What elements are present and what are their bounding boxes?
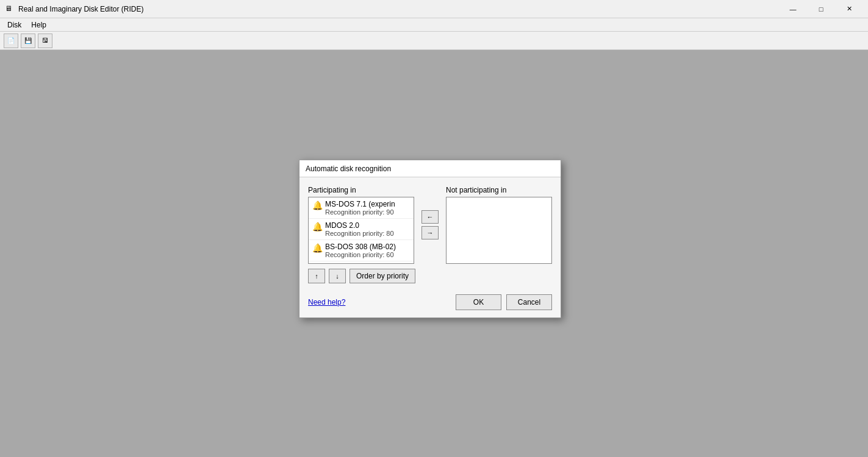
titlebar-left: 🖥 Real and Imaginary Disk Editor (RIDE) (5, 4, 143, 14)
dialog-footer-buttons: OK Cancel (456, 294, 552, 310)
dialog-title: Automatic disk recognition (306, 165, 391, 173)
help-link[interactable]: Need help? (308, 298, 345, 306)
toolbar: 📄 💾 🖫 (0, 32, 868, 50)
toolbar-open-button[interactable]: 💾 (21, 34, 35, 48)
list-item-msdos71-priority: Recognition priority: 90 (325, 208, 395, 216)
list-item-msdos71-text: MS-DOS 7.1 (experin Recognition priority… (325, 200, 395, 216)
main-area: Automatic disk recognition Participating… (0, 50, 868, 457)
not-participating-list[interactable] (446, 197, 552, 264)
move-right-button[interactable]: → (421, 226, 439, 239)
participating-column: Participating in 🔔 MS-DOS 7.1 (experin R… (308, 186, 414, 264)
cancel-button[interactable]: Cancel (506, 294, 552, 310)
list-item-msdos71[interactable]: 🔔 MS-DOS 7.1 (experin Recognition priori… (309, 197, 414, 219)
dialog-bottom-controls: ↑ ↓ Order by priority (308, 269, 552, 283)
toolbar-new-button[interactable]: 📄 (4, 34, 18, 48)
minimize-button[interactable]: — (779, 0, 807, 18)
bell-icon-2: 🔔 (312, 222, 323, 232)
menu-disk[interactable]: Disk (2, 19, 26, 30)
participating-label: Participating in (308, 186, 414, 194)
dialog-titlebar: Automatic disk recognition (299, 160, 561, 177)
close-button[interactable]: ✕ (835, 0, 863, 18)
toolbar-save-button[interactable]: 🖫 (38, 34, 52, 48)
transfer-arrows: ← → (419, 186, 441, 264)
dialog-columns: Participating in 🔔 MS-DOS 7.1 (experin R… (308, 186, 552, 264)
titlebar: 🖥 Real and Imaginary Disk Editor (RIDE) … (0, 0, 868, 18)
titlebar-title: Real and Imaginary Disk Editor (RIDE) (18, 5, 143, 13)
participating-list[interactable]: 🔔 MS-DOS 7.1 (experin Recognition priori… (308, 197, 414, 264)
order-priority-button[interactable]: Order by priority (350, 269, 415, 283)
dialog-automatic-disk-recognition: Automatic disk recognition Participating… (299, 160, 561, 318)
titlebar-controls: — □ ✕ (779, 0, 863, 18)
list-item-bsdos308[interactable]: 🔔 BS-DOS 308 (MB-02) Recognition priorit… (309, 240, 414, 261)
menubar: Disk Help (0, 18, 868, 32)
dialog-footer: Need help? OK Cancel (299, 289, 561, 317)
bell-icon-1: 🔔 (312, 200, 323, 210)
ok-button[interactable]: OK (456, 294, 501, 310)
list-item-mdos20[interactable]: 🔔 MDOS 2.0 Recognition priority: 80 (309, 219, 414, 240)
list-item-mdos20-priority: Recognition priority: 80 (325, 230, 394, 237)
move-down-button[interactable]: ↓ (329, 269, 346, 283)
dialog-content: Participating in 🔔 MS-DOS 7.1 (experin R… (299, 177, 561, 289)
list-item-bsdos308-name: BS-DOS 308 (MB-02) (325, 243, 396, 251)
maximize-button[interactable]: □ (807, 0, 835, 18)
list-item-bsdos308-text: BS-DOS 308 (MB-02) Recognition priority:… (325, 243, 396, 258)
not-participating-column: Not participating in (446, 186, 552, 264)
move-left-button[interactable]: ← (421, 210, 439, 224)
bell-icon-3: 🔔 (312, 243, 323, 253)
list-item-bsdos308-priority: Recognition priority: 60 (325, 251, 396, 258)
list-item-msdos71-name: MS-DOS 7.1 (experin (325, 200, 395, 208)
app-icon: 🖥 (5, 4, 15, 14)
move-up-button[interactable]: ↑ (308, 269, 325, 283)
menu-help[interactable]: Help (26, 19, 51, 30)
not-participating-label: Not participating in (446, 186, 552, 194)
list-item-mdos20-name: MDOS 2.0 (325, 221, 394, 230)
list-item-mdos20-text: MDOS 2.0 Recognition priority: 80 (325, 221, 394, 237)
